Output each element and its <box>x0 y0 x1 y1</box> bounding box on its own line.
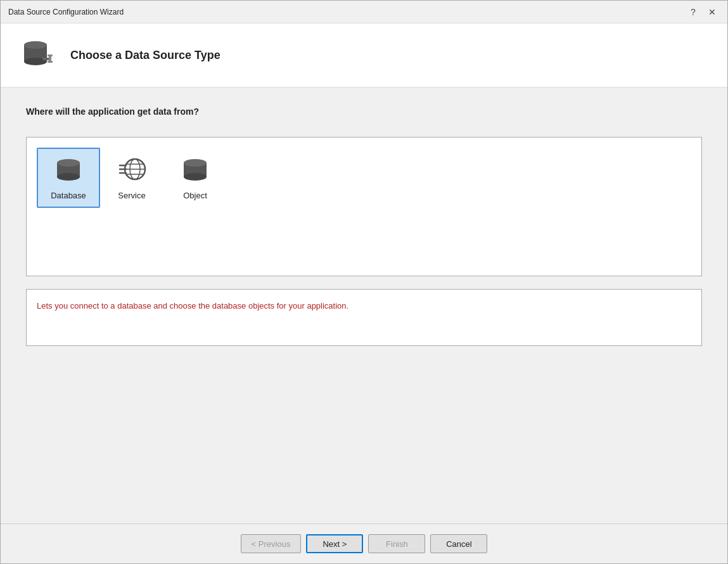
service-label: Service <box>118 191 145 200</box>
footer: < Previous Next > Finish Cancel <box>1 523 727 563</box>
database-label: Database <box>51 191 86 200</box>
datasource-item-object[interactable]: Object <box>163 148 227 208</box>
datasource-grid: Database Service <box>26 137 702 276</box>
svg-rect-6 <box>48 54 53 56</box>
object-icon <box>179 155 211 187</box>
svg-point-3 <box>24 41 47 49</box>
svg-point-23 <box>184 159 207 167</box>
finish-button[interactable]: Finish <box>368 534 425 553</box>
datasource-item-service[interactable]: Service <box>100 148 163 208</box>
header-db-icon <box>20 36 58 74</box>
title-bar: Data Source Configuration Wizard ? ✕ <box>1 1 727 23</box>
header-section: Choose a Data Source Type <box>1 23 727 87</box>
window-title: Data Source Configuration Wizard <box>8 8 124 16</box>
close-button[interactable]: ✕ <box>705 4 720 20</box>
description-box: Lets you connect to a database and choos… <box>26 289 702 346</box>
next-button[interactable]: Next > <box>306 534 363 553</box>
title-bar-left: Data Source Configuration Wizard <box>8 8 124 16</box>
cancel-button[interactable]: Cancel <box>430 534 487 553</box>
svg-point-10 <box>57 173 80 181</box>
dialog-window: Data Source Configuration Wizard ? ✕ <box>0 0 728 564</box>
header-title-text: Choose a Data Source Type <box>70 49 220 62</box>
svg-point-11 <box>57 159 80 167</box>
description-text: Lets you connect to a database and choos… <box>37 301 348 311</box>
previous-button[interactable]: < Previous <box>241 534 302 553</box>
service-icon <box>116 155 148 187</box>
help-button[interactable]: ? <box>686 4 701 20</box>
svg-rect-7 <box>48 61 53 63</box>
title-bar-right: ? ✕ <box>686 4 720 20</box>
datasource-item-database[interactable]: Database <box>37 148 100 208</box>
svg-point-22 <box>184 173 207 181</box>
question-label: Where will the application get data from… <box>26 106 702 117</box>
database-icon <box>53 155 84 187</box>
content-section: Where will the application get data from… <box>1 87 727 523</box>
object-label: Object <box>183 191 207 200</box>
